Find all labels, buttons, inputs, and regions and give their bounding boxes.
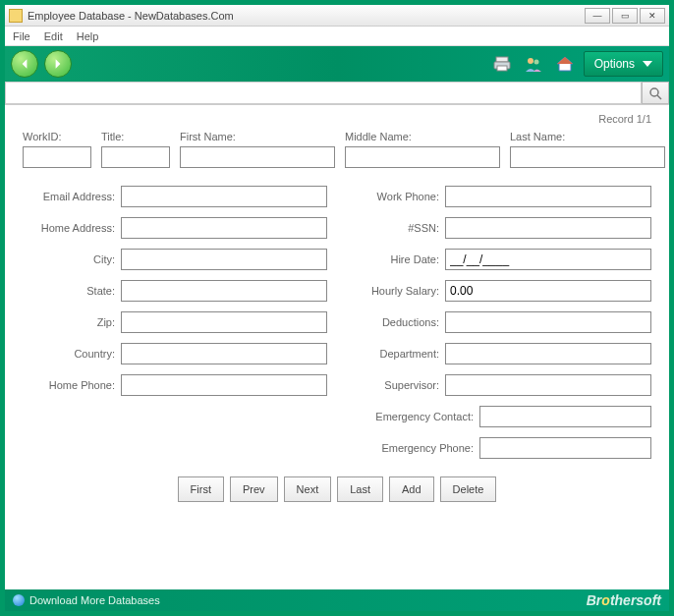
input-middlename[interactable] [345, 146, 500, 168]
record-counter: Record 1/1 [23, 113, 651, 125]
app-icon [9, 9, 23, 23]
input-country[interactable] [121, 343, 327, 364]
input-lastname[interactable] [510, 146, 665, 168]
label-supervisor: Supervisor: [347, 379, 445, 391]
input-email[interactable] [121, 186, 327, 207]
input-department[interactable] [445, 343, 651, 364]
record-nav: First Prev Next Last Add Delete [23, 476, 651, 502]
label-workphone: Work Phone: [347, 191, 445, 202]
menubar: File Edit Help [5, 27, 669, 46]
minimize-button[interactable]: — [585, 8, 610, 24]
window-controls: — ▭ ✕ [585, 8, 665, 24]
input-supervisor[interactable] [445, 374, 651, 396]
searchbar [5, 82, 669, 105]
options-button[interactable]: Options [584, 51, 663, 77]
menu-file[interactable]: File [13, 30, 30, 42]
search-icon [648, 86, 662, 100]
close-button[interactable]: ✕ [640, 8, 665, 24]
menu-help[interactable]: Help [77, 30, 99, 42]
label-state: State: [23, 285, 121, 297]
svg-rect-2 [497, 66, 507, 71]
form-content: Record 1/1 WorkID: Title: First Name: Mi… [5, 105, 669, 589]
nav-forward-button[interactable] [44, 50, 72, 78]
input-emphone[interactable] [479, 437, 651, 459]
next-button[interactable]: Next [284, 476, 332, 502]
label-hiredate: Hire Date: [347, 253, 445, 265]
footer: Download More Databases Brothersoft [5, 589, 669, 611]
input-emcontact[interactable] [479, 406, 651, 427]
label-title: Title: [101, 131, 170, 142]
name-row: WorkID: Title: First Name: Middle Name: … [23, 131, 651, 168]
label-city: City: [23, 253, 121, 265]
app-window: Employee Database - NewDatabases.Com — ▭… [0, 0, 674, 616]
label-zip: Zip: [23, 316, 121, 328]
label-homeaddr: Home Address: [23, 222, 121, 234]
label-hourly: Hourly Salary: [347, 285, 445, 297]
input-firstname[interactable] [180, 146, 335, 168]
search-input[interactable] [5, 82, 642, 104]
input-deductions[interactable] [445, 311, 651, 333]
input-city[interactable] [121, 249, 327, 270]
label-homephone: Home Phone: [23, 379, 121, 391]
input-hiredate[interactable] [445, 249, 651, 270]
menu-edit[interactable]: Edit [44, 30, 63, 42]
label-department: Department: [347, 348, 445, 360]
svg-point-4 [534, 60, 538, 65]
label-firstname: First Name: [180, 131, 335, 142]
chevron-down-icon [643, 61, 652, 67]
options-label: Options [594, 57, 635, 71]
right-column: Work Phone: #SSN: Hire Date: Hourly Sala… [347, 186, 651, 459]
svg-point-5 [650, 88, 658, 96]
label-middlename: Middle Name: [345, 131, 500, 142]
input-workphone[interactable] [445, 186, 651, 207]
label-emcontact: Emergency Contact: [347, 411, 479, 422]
last-button[interactable]: Last [337, 476, 383, 502]
delete-button[interactable]: Delete [440, 476, 497, 502]
printer-icon[interactable] [489, 51, 515, 77]
input-workid[interactable] [23, 146, 91, 168]
users-icon[interactable] [521, 51, 546, 77]
svg-rect-0 [496, 57, 508, 62]
label-deductions: Deductions: [347, 316, 445, 328]
nav-back-button[interactable] [11, 50, 38, 78]
input-state[interactable] [121, 280, 327, 302]
label-workid: WorkID: [23, 131, 91, 142]
input-homeaddr[interactable] [121, 217, 327, 239]
input-homephone[interactable] [121, 374, 327, 396]
label-ssn: #SSN: [347, 222, 445, 234]
home-icon[interactable] [552, 51, 578, 77]
svg-line-6 [657, 95, 661, 99]
toolbar: Options [5, 46, 669, 82]
label-country: Country: [23, 348, 121, 360]
add-button[interactable]: Add [389, 476, 434, 502]
left-column: Email Address: Home Address: City: State… [23, 186, 327, 459]
window-title: Employee Database - NewDatabases.Com [28, 10, 585, 22]
maximize-button[interactable]: ▭ [612, 8, 638, 24]
titlebar: Employee Database - NewDatabases.Com — ▭… [5, 5, 669, 27]
input-ssn[interactable] [445, 217, 651, 239]
download-link[interactable]: Download More Databases [13, 594, 160, 606]
label-lastname: Last Name: [510, 131, 665, 142]
input-title[interactable] [101, 146, 170, 168]
search-button[interactable] [642, 82, 669, 104]
download-icon [13, 594, 25, 606]
download-label: Download More Databases [29, 594, 160, 606]
brand-logo: Brothersoft [587, 592, 661, 608]
label-email: Email Address: [23, 191, 121, 202]
label-emphone: Emergency Phone: [347, 442, 479, 454]
prev-button[interactable]: Prev [230, 476, 278, 502]
input-hourly[interactable] [445, 280, 651, 302]
details-columns: Email Address: Home Address: City: State… [23, 186, 651, 459]
svg-point-3 [528, 58, 534, 64]
input-zip[interactable] [121, 311, 327, 333]
first-button[interactable]: First [178, 476, 224, 502]
